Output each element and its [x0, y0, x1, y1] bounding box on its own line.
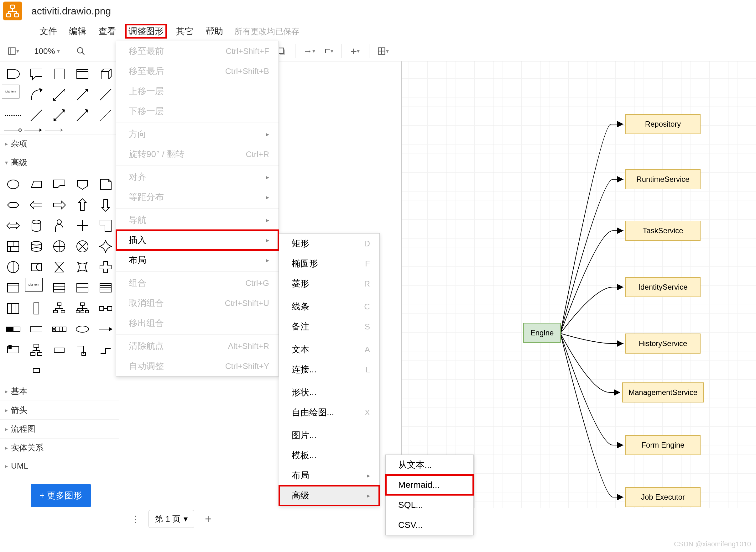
zoom-in-icon[interactable]	[74, 44, 88, 58]
shape-line-diag[interactable]	[94, 85, 117, 105]
page-tab-1[interactable]: 第 1 页▾	[149, 510, 194, 528]
mi-csv[interactable]: CSV...	[386, 515, 474, 535]
mi-ellipse[interactable]: 椭圆形F	[279, 254, 379, 274]
file-name[interactable]: activiti.drawio.png	[31, 5, 111, 17]
zoom-level[interactable]: 100%▾	[34, 46, 60, 56]
mi-clearwp[interactable]: 清除航点Alt+Shift+R	[116, 336, 278, 356]
mi-advanced[interactable]: 高级▸	[279, 486, 379, 506]
mi-align[interactable]: 对齐▸	[116, 167, 278, 187]
adv-list2[interactable]: List Item	[25, 278, 43, 291]
shape-callout[interactable]	[25, 64, 48, 84]
adv-tree[interactable]	[48, 298, 71, 318]
cat-arrows[interactable]: ▸箭头	[0, 401, 119, 419]
adv-folder[interactable]	[48, 174, 71, 194]
mi-direction[interactable]: 方向▸	[116, 124, 278, 144]
node-management-service[interactable]: ManagementService	[622, 382, 704, 403]
shape-cube[interactable]	[94, 64, 117, 84]
mi-layout2[interactable]: 布局▸	[279, 465, 379, 486]
adv-pinch[interactable]	[71, 257, 94, 277]
adv-prog[interactable]	[2, 319, 24, 339]
adv-delay[interactable]	[25, 257, 48, 277]
node-identity-service[interactable]: IdentityService	[625, 277, 701, 297]
adv-step[interactable]	[94, 340, 117, 360]
node-engine[interactable]: Engine	[523, 323, 561, 343]
adv-trap[interactable]	[25, 174, 48, 194]
adv-rows2[interactable]	[71, 278, 94, 298]
adv-cols[interactable]	[2, 298, 24, 318]
adv-person[interactable]	[48, 216, 71, 236]
adv-chain[interactable]	[94, 298, 117, 318]
node-form-engine[interactable]: Form Engine	[625, 435, 701, 455]
cat-misc[interactable]: ▸杂项	[0, 134, 119, 153]
mi-note[interactable]: 备注S	[279, 316, 379, 337]
mi-line[interactable]: 线条C	[279, 296, 379, 316]
mi-autofit[interactable]: 自动调整Ctrl+Shift+Y	[116, 356, 278, 376]
mi-down[interactable]: 下移一层	[116, 101, 278, 121]
adv-rows[interactable]	[48, 278, 71, 298]
node-history-service[interactable]: HistoryService	[625, 333, 701, 354]
mi-text[interactable]: 文本A	[279, 339, 379, 360]
mi-mermaid[interactable]: Mermaid...	[386, 475, 474, 495]
mi-nav[interactable]: 导航▸	[116, 210, 278, 230]
node-job-executor[interactable]: Job Executor	[625, 487, 701, 507]
shape-harrow[interactable]	[24, 127, 43, 133]
adv-arrow-s[interactable]	[94, 319, 117, 339]
adv-plus[interactable]	[71, 216, 94, 236]
menu-extras[interactable]: 其它	[174, 24, 196, 38]
mi-to-back[interactable]: 移至最后Ctrl+Shift+B	[116, 61, 278, 81]
adv-arrow-r[interactable]	[48, 195, 71, 215]
table-icon[interactable]: ▾	[376, 44, 390, 58]
adv-cross[interactable]	[94, 257, 117, 277]
adv-arrow-lr[interactable]	[2, 216, 24, 236]
adv-hex[interactable]	[2, 195, 24, 215]
adv-segbar[interactable]	[48, 319, 71, 339]
adv-x-circle[interactable]	[71, 236, 94, 256]
adv-cylinder[interactable]	[25, 216, 48, 236]
adv-small[interactable]	[25, 361, 48, 381]
mi-to-front[interactable]: 移至最前Ctrl+Shift+F	[116, 41, 278, 61]
shape-arrow2[interactable]	[71, 105, 94, 125]
mi-rect[interactable]: 矩形D	[279, 234, 379, 254]
menu-view[interactable]: 查看	[96, 24, 119, 38]
mi-shape[interactable]: 形状...	[279, 382, 379, 403]
mi-insert[interactable]: 插入▸	[116, 230, 278, 250]
adv-pie[interactable]	[48, 236, 71, 256]
shape-curve[interactable]	[25, 85, 48, 105]
insert-icon[interactable]: +▾	[348, 44, 362, 58]
shape-arrow-ne[interactable]	[71, 85, 94, 105]
menu-help[interactable]: 帮助	[203, 24, 226, 38]
adv-note[interactable]	[94, 174, 117, 194]
mi-sql[interactable]: SQL...	[386, 495, 474, 515]
mi-up[interactable]: 上移一层	[116, 81, 278, 101]
shape-thin-harrow[interactable]	[44, 127, 63, 133]
node-runtime-service[interactable]: RuntimeService	[625, 169, 701, 189]
adv-tree2[interactable]	[71, 298, 94, 318]
shape-thinline[interactable]	[94, 105, 117, 125]
adv-tag[interactable]	[71, 174, 94, 194]
mi-rhombus[interactable]: 菱形R	[279, 274, 379, 294]
menu-edit[interactable]: 编辑	[66, 24, 89, 38]
connection-icon[interactable]: →▾	[302, 44, 316, 58]
mi-layout[interactable]: 布局▸	[116, 250, 278, 270]
adv-star4[interactable]	[94, 236, 117, 256]
adv-brick[interactable]	[2, 236, 24, 256]
adv-label[interactable]	[48, 340, 71, 360]
shape-link[interactable]	[3, 127, 22, 133]
adv-db[interactable]	[25, 236, 48, 256]
adv-arrow-l[interactable]	[25, 195, 48, 215]
node-task-service[interactable]: TaskService	[625, 221, 701, 241]
shape-bidir[interactable]	[48, 105, 71, 125]
shape-square[interactable]	[48, 64, 71, 84]
mi-group[interactable]: 组合Ctrl+G	[116, 273, 278, 293]
menu-file[interactable]: 文件	[37, 24, 59, 38]
adv-rows3[interactable]	[94, 278, 117, 298]
menu-arrange[interactable]: 调整图形	[125, 24, 167, 38]
waypoint-icon[interactable]: ▾	[321, 44, 334, 58]
shape-halfcircle[interactable]	[2, 64, 24, 84]
mi-distribute[interactable]: 等距分布▸	[116, 187, 278, 207]
adv-card[interactable]	[25, 319, 48, 339]
mi-moveout[interactable]: 移出组合	[116, 313, 278, 333]
adv-arrow-d[interactable]	[94, 195, 117, 215]
mi-fromtext[interactable]: 从文本...	[386, 455, 474, 475]
adv-ellipse[interactable]	[2, 174, 24, 194]
